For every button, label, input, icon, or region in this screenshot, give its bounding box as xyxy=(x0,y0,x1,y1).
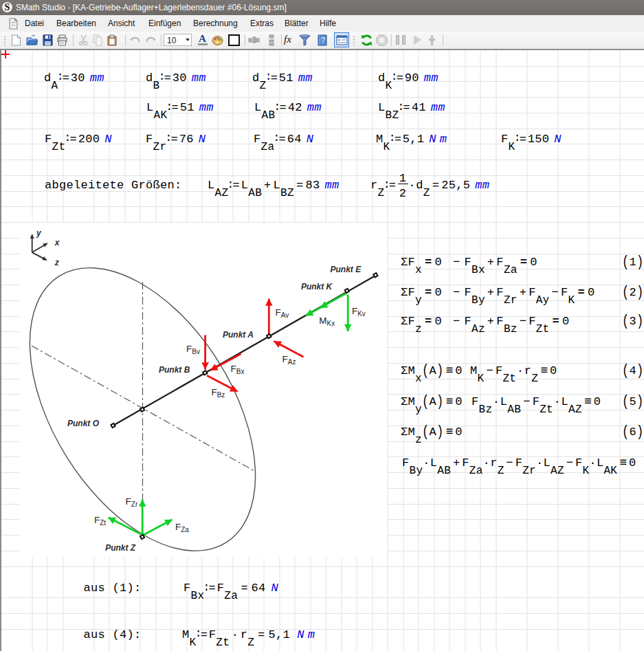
svg-text:FKv: FKv xyxy=(352,306,366,318)
svg-text:Punkt O: Punkt O xyxy=(67,419,100,428)
svg-text:FZr: FZr xyxy=(126,496,138,508)
svg-text:y: y xyxy=(36,228,42,238)
svg-text:FZt: FZt xyxy=(94,515,106,527)
svg-text:x: x xyxy=(54,238,60,247)
svg-text:FBv: FBv xyxy=(186,344,200,355)
svg-text:z: z xyxy=(54,258,59,267)
svg-text:FZa: FZa xyxy=(175,522,189,533)
svg-text:Punkt K: Punkt K xyxy=(301,282,333,291)
svg-text:MKx: MKx xyxy=(319,316,335,327)
svg-text:FAv: FAv xyxy=(275,307,289,319)
svg-text:FBz: FBz xyxy=(211,387,225,399)
svg-text:Punkt B: Punkt B xyxy=(159,365,190,375)
svg-text:Punkt A: Punkt A xyxy=(223,330,254,340)
svg-text:Punkt E: Punkt E xyxy=(331,265,362,274)
svg-text:Punkt Z: Punkt Z xyxy=(105,543,136,553)
svg-text:FAz: FAz xyxy=(282,354,296,366)
svg-text:?: ? xyxy=(321,36,325,44)
svg-text:FBx: FBx xyxy=(231,364,245,375)
